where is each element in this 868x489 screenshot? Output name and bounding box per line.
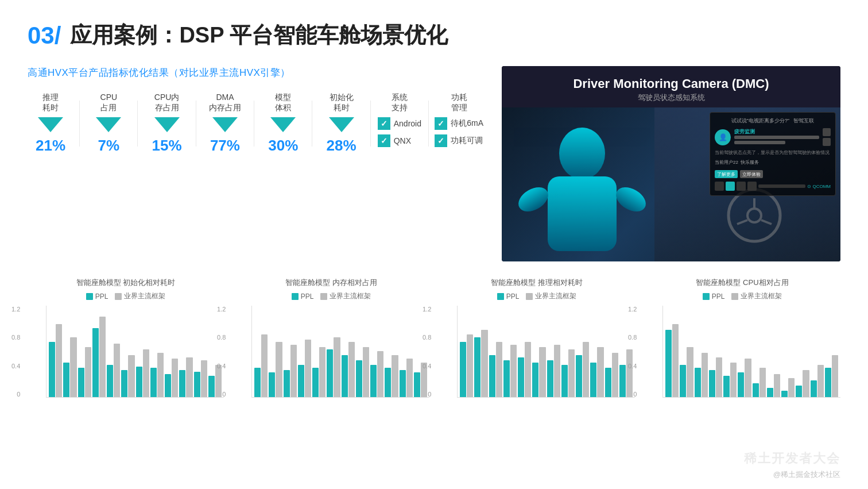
legend-dot-ppl-3 — [703, 293, 710, 300]
bar-ppl-3-6 — [753, 383, 759, 397]
bar-industry-3-5 — [745, 359, 751, 397]
legend-ppl-3: PPL — [703, 291, 725, 301]
y-label-0: 1.2 — [11, 306, 20, 313]
legend-ppl-1: PPL — [292, 291, 314, 301]
ui-btn-1[interactable]: 了解更多 — [715, 170, 738, 178]
legend-ppl-label-1: PPL — [301, 292, 314, 301]
chart-1: 智能座舱模型 内存相对占用 PPL 业界主流框架 1.20.80.40 — [233, 278, 429, 398]
metric-cpu-usage: CPU占用 7% — [86, 92, 131, 155]
bar-industry-2-6 — [554, 345, 560, 397]
bar-pair-3-2 — [695, 353, 708, 397]
bar-pair-3-7 — [767, 374, 780, 397]
chart-3: 智能座舱模型 CPU相对占用 PPL 业界主流框架 1.20.80.40 — [644, 278, 840, 398]
bar-ppl-3-10 — [811, 380, 817, 397]
bar-pair-0-2 — [78, 347, 91, 397]
ui-row-1: 👤 疲劳监测 — [715, 128, 831, 146]
bar-ppl-2-5 — [532, 363, 538, 397]
legend-ppl-label-3: PPL — [712, 292, 725, 301]
bar-pair-0-9 — [179, 357, 192, 397]
bar-pair-2-7 — [561, 349, 575, 397]
metric-value-cpu: 7% — [98, 137, 120, 155]
bar-ppl-2-9 — [590, 363, 596, 397]
bar-ppl-0-8 — [165, 374, 171, 397]
metric-value-model-size: 30% — [268, 137, 298, 155]
bar-ppl-2-2 — [489, 355, 495, 397]
bar-pair-3-11 — [825, 355, 838, 397]
title-row: 03/ 应用案例：DSP 平台智能车舱场景优化 — [28, 21, 840, 50]
bar-pair-1-8 — [370, 351, 383, 397]
bar-pair-1-3 — [298, 340, 311, 397]
bar-ppl-0-11 — [208, 376, 215, 397]
svg-point-5 — [747, 209, 761, 222]
metric-init-time: 初始化耗时 28% — [319, 92, 365, 155]
metrics-row: 推理耗时 21% CPU占用 7% CPU内存占用 15% — [28, 92, 483, 155]
android-label: Android — [394, 119, 421, 128]
chart-legend-3: PPL 业界主流框架 — [644, 291, 840, 301]
bar-pair-3-6 — [753, 368, 766, 397]
bar-ppl-3-7 — [767, 388, 773, 397]
bar-pair-2-0 — [460, 334, 473, 397]
divider-2 — [137, 101, 138, 147]
divider-1 — [79, 101, 80, 147]
bar-pair-3-1 — [680, 347, 693, 397]
ui-btn-2[interactable]: 立即体验 — [740, 170, 763, 178]
support-android: ✓ Android — [378, 117, 421, 130]
down-arrow-cpu — [96, 117, 121, 132]
y-label-1: 0.4 — [217, 363, 226, 369]
ui-small-icon-1 — [823, 128, 831, 136]
android-checkmark: ✓ — [381, 119, 388, 128]
adjustable-checkbox: ✓ — [435, 134, 447, 147]
bar-pair-1-10 — [400, 359, 413, 397]
bar-ppl-2-10 — [605, 368, 611, 397]
bar-pair-0-3 — [92, 317, 106, 397]
ui-bottom-icon-2 — [726, 182, 735, 191]
bar-ppl-1-2 — [284, 370, 290, 397]
chart-legend-0: PPL 业界主流框架 — [28, 291, 224, 301]
bar-ppl-2-3 — [503, 360, 510, 397]
bar-ppl-1-1 — [269, 372, 275, 397]
ui-label-left: 当前用户22 — [715, 159, 738, 165]
bar-industry-1-1 — [276, 342, 282, 397]
metrics-title: 高通HVX平台产品指标优化结果（对比业界主流HVX引擎） — [28, 66, 483, 79]
bar-ppl-3-0 — [665, 330, 672, 397]
driver-silhouette — [502, 107, 662, 251]
metric-value-dma: 77% — [210, 137, 240, 155]
ui-text-block-1: 疲劳监测 — [734, 128, 819, 146]
bar-pair-1-0 — [254, 334, 268, 397]
y-axis-3: 1.20.80.40 — [628, 306, 637, 398]
down-arrow-init — [329, 117, 354, 132]
chart-wrapper-3: 1.20.80.40 — [644, 306, 840, 398]
bar-ppl-0-1 — [63, 363, 69, 397]
ui-bottom-bar: ⊙ QCOMM — [715, 182, 831, 191]
metric-label-dma: DMA内存占用 — [209, 92, 241, 113]
bar-industry-2-4 — [525, 342, 531, 397]
dmc-image: Driver Monitoring Camera (DMC) 驾驶员状态感知系统 — [502, 66, 840, 261]
bar-pair-1-2 — [284, 345, 297, 397]
bar-industry-0-10 — [201, 360, 207, 397]
dmc-title-bar: Driver Monitoring Camera (DMC) 驾驶员状态感知系统 — [502, 66, 840, 107]
bar-pair-3-0 — [665, 324, 679, 397]
bar-ppl-3-2 — [695, 368, 701, 397]
svg-point-3 — [612, 182, 650, 216]
bar-pair-1-6 — [342, 342, 355, 397]
bar-ppl-1-11 — [414, 372, 420, 397]
bar-industry-2-8 — [583, 342, 589, 397]
adjustable-checkmark: ✓ — [437, 136, 444, 145]
bar-industry-3-2 — [702, 353, 708, 397]
power-adjustable: ✓ 功耗可调 — [435, 134, 483, 147]
ui-text-line-1 — [734, 136, 819, 139]
bar-pair-2-5 — [532, 347, 545, 397]
watermark-sub: @稀土掘金技术社区 — [773, 469, 840, 480]
down-arrow-dma — [212, 117, 238, 132]
svg-line-7 — [737, 220, 747, 224]
ui-desc-text: 当前驾驶状态点亮了，显示是否为您智驾驾驶的体验情况 — [715, 149, 831, 156]
bar-ppl-2-8 — [576, 355, 582, 397]
y-label-2: 1.2 — [423, 306, 431, 313]
bar-pair-1-9 — [385, 355, 398, 397]
bar-industry-2-5 — [539, 347, 545, 397]
metric-system-support: 系统支持 ✓ Android ✓ QNX — [377, 92, 423, 147]
dmc-title-en: Driver Monitoring Camera (DMC) — [516, 76, 827, 91]
divider-3 — [196, 101, 196, 147]
metric-dma: DMA内存占用 77% — [202, 92, 248, 155]
bar-industry-1-5 — [334, 337, 340, 397]
